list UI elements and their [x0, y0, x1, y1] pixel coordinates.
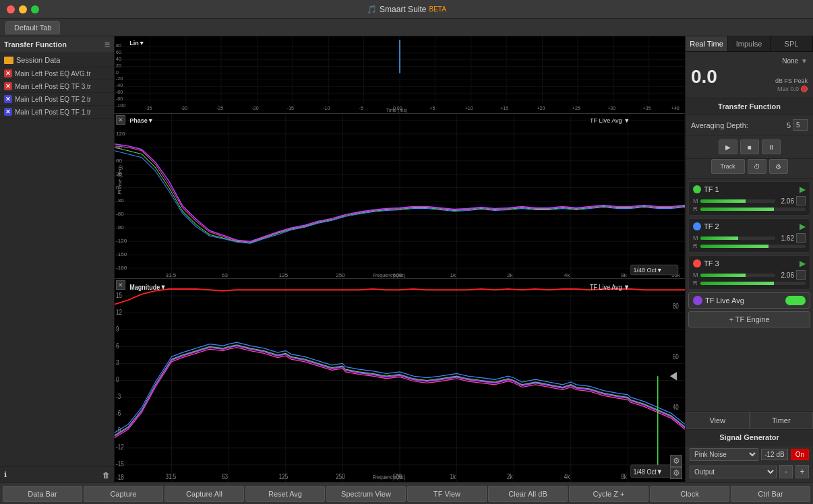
tab-realtime[interactable]: Real Time [686, 36, 728, 51]
sig-minus-button[interactable]: - [779, 465, 793, 478]
tf3-checkbox[interactable] [796, 270, 806, 280]
svg-text:Phase▼: Phase▼ [129, 117, 154, 124]
tf2-checkbox[interactable] [796, 233, 806, 243]
settings-button[interactable]: ⚙ [769, 159, 788, 174]
meter-section: None ▼ 0.0 dB FS Peak Max 0.0 [686, 52, 813, 98]
charts-area: 80 60 40 20 0 -20 -40 -60 -80 -100 -35 -… [115, 36, 685, 482]
view-button[interactable]: View [686, 412, 750, 429]
left-sidebar: Transfer Function ≡ Session Data ✕ Main … [0, 36, 115, 482]
svg-text:+40: +40 [671, 106, 680, 111]
svg-text:1/48 Oct▼: 1/48 Oct▼ [633, 468, 662, 476]
svg-text:250: 250 [336, 473, 344, 480]
spectrum-view-button[interactable]: Spectrum View [326, 486, 406, 502]
minimize-button[interactable] [19, 5, 27, 13]
stop-button[interactable]: ■ [740, 139, 759, 154]
svg-text:+20: +20 [537, 106, 545, 111]
sig-type-select[interactable]: Pink Noise White Noise Sine [690, 448, 758, 461]
svg-text:4k: 4k [564, 272, 571, 278]
track-item[interactable]: ✕ Main Left Post EQ TF 3.tr [0, 80, 114, 93]
svg-text:31.5: 31.5 [166, 272, 177, 278]
svg-text:-60: -60 [116, 211, 124, 217]
close-button[interactable] [7, 5, 15, 13]
tab-impulse[interactable]: Impulse [728, 36, 771, 51]
track-button[interactable]: Track [711, 159, 745, 174]
none-dropdown[interactable]: None [782, 57, 798, 65]
tab-spl[interactable]: SPL [771, 36, 813, 51]
session-data-row[interactable]: Session Data [0, 53, 114, 67]
data-bar-button[interactable]: Data Bar [3, 486, 82, 502]
svg-text:-3: -3 [116, 393, 121, 400]
tf1-checkbox[interactable] [796, 196, 806, 206]
delete-icon[interactable]: 🗑 [102, 471, 110, 479]
capture-all-button[interactable]: Capture All [164, 486, 244, 502]
bottom-bar: Data Bar Capture Capture All Reset Avg S… [0, 482, 813, 504]
sig-output-row: Output - + [686, 464, 813, 482]
track-item[interactable]: ✕ Main Left Post EQ TF 2.tr [0, 93, 114, 106]
top-chart-svg: 80 60 40 20 0 -20 -40 -60 -80 -100 -35 -… [115, 36, 685, 113]
meter-max-indicator[interactable] [801, 86, 808, 92]
reset-avg-button[interactable]: Reset Avg [245, 486, 325, 502]
phase-chart-close[interactable]: ✕ [116, 115, 125, 125]
svg-text:40: 40 [673, 404, 679, 412]
sig-db-display: -12 dB [761, 449, 787, 460]
svg-text:-15: -15 [287, 106, 294, 111]
tf2-output-arrow[interactable]: ▶ [800, 222, 806, 231]
right-top-tabs: Real Time Impulse SPL [686, 36, 813, 52]
tf-live-avg-toggle[interactable] [785, 296, 806, 305]
timer-button[interactable]: Timer [750, 412, 814, 429]
track-item[interactable]: ✕ Main Left Post EQ AVG.tr [0, 67, 114, 80]
tf3-output-arrow[interactable]: ▶ [800, 259, 806, 268]
chart-gear-icon[interactable]: ⚙ [670, 455, 682, 467]
tf-live-avg-label: TF Live Avg [705, 296, 783, 305]
svg-text:1k: 1k [450, 272, 457, 278]
play-button[interactable]: ▶ [719, 139, 737, 154]
tf3-dot [693, 259, 701, 267]
svg-text:-20: -20 [116, 76, 123, 81]
tf-view-button[interactable]: TF View [407, 486, 487, 502]
track-item[interactable]: ✕ Main Left Post EQ TF 1.tr [0, 106, 114, 119]
signal-gen-title: Signal Generator [686, 429, 813, 445]
svg-text:63: 63 [222, 473, 228, 480]
tf-live-avg: TF Live Avg [688, 292, 810, 309]
cycle-z-button[interactable]: Cycle Z + [569, 486, 649, 502]
magnitude-chart-close[interactable]: ✕ [116, 280, 125, 290]
clock-bottom-button[interactable]: Clock [650, 486, 729, 502]
sig-plus-button[interactable]: + [795, 465, 809, 478]
ctrl-bar-button[interactable]: Ctrl Bar [731, 486, 810, 502]
svg-text:-60: -60 [116, 90, 123, 94]
sidebar-header: Transfer Function ≡ [0, 36, 114, 53]
tf1-output-arrow[interactable]: ▶ [800, 185, 806, 194]
svg-text:+10: +10 [465, 106, 473, 111]
info-icon[interactable]: ℹ [4, 470, 7, 479]
sig-output-select[interactable]: Output [690, 466, 777, 478]
magnitude-gear-icon[interactable]: ⚙ [670, 467, 682, 479]
tf-section-title: Transfer Function [686, 98, 813, 115]
track-name: Main Left Post EQ TF 3.tr [15, 83, 91, 90]
svg-text:Time (ms): Time (ms) [386, 108, 407, 113]
svg-text:-30: -30 [181, 106, 187, 111]
sidebar-menu-icon[interactable]: ≡ [104, 39, 110, 50]
transport-row: ▶ ■ ⏸ [686, 135, 813, 159]
sidebar-title: Transfer Function [4, 40, 67, 49]
add-tf-engine-button[interactable]: + TF Engine [688, 311, 810, 327]
tf3-engine: TF 3 ▶ M 2.06 R [688, 255, 810, 290]
svg-text:12: 12 [116, 309, 122, 316]
svg-text:+30: +30 [607, 106, 615, 111]
tf2-dot [693, 222, 701, 230]
track-color-icon: ✕ [4, 69, 12, 77]
pause-button[interactable]: ⏸ [762, 139, 781, 154]
clock-button[interactable]: ⏱ [748, 159, 766, 174]
track-color-icon: ✕ [4, 95, 12, 103]
clear-all-db-button[interactable]: Clear All dB [488, 486, 568, 502]
transport-row-2: Track ⏱ ⚙ [686, 159, 813, 179]
default-tab[interactable]: Default Tab [5, 21, 60, 34]
maximize-button[interactable] [31, 5, 39, 13]
capture-button[interactable]: Capture [84, 486, 163, 502]
meter-unit[interactable]: dB FS Peak [775, 77, 808, 84]
sig-on-button[interactable]: On [791, 449, 809, 460]
svg-text:60: 60 [116, 158, 123, 164]
svg-text:6: 6 [116, 342, 119, 350]
avg-depth-select[interactable]: 51020 [793, 119, 808, 131]
svg-text:9: 9 [116, 325, 119, 333]
svg-text:1/48 Oct▼: 1/48 Oct▼ [633, 267, 662, 274]
